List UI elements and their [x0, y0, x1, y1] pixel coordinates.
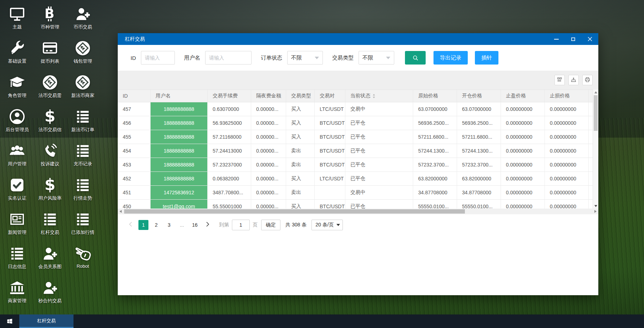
order-status-value: 不限	[291, 55, 302, 61]
table-cell: 457	[118, 102, 151, 116]
table-body: 457188888888880.630700000.00000...买入LTC/…	[118, 102, 593, 209]
leverage-trading-window: 杠杆交易 ID 用户名 订单状态 不限 交易类型	[118, 33, 598, 295]
taskbar-task-leverage-trading[interactable]: 杠杆交易	[19, 314, 73, 328]
chevron-right-icon	[206, 222, 209, 227]
confirm-page-button[interactable]: 确定	[261, 220, 280, 230]
username-cell[interactable]: test1@qq.com	[151, 200, 208, 209]
table-cell: 56.93625000	[208, 116, 251, 130]
columns-button[interactable]	[554, 75, 565, 85]
search-button[interactable]	[405, 51, 426, 65]
desktop-shortcut[interactable]: 日志信息	[1, 242, 34, 277]
page-button[interactable]: 3	[164, 220, 174, 230]
desktop-shortcut-label: 币种管理	[41, 24, 59, 30]
desktop-shortcut[interactable]: 会员关系图	[34, 242, 66, 277]
username-cell[interactable]: 18888888888	[151, 102, 208, 116]
desktop-shortcut[interactable]: 实名认证	[1, 174, 34, 208]
horizontal-scrollbar[interactable]	[118, 209, 598, 214]
id-filter-label: ID	[131, 55, 136, 61]
window-titlebar[interactable]: 杠杆交易	[118, 33, 598, 45]
print-button[interactable]	[582, 75, 593, 85]
pin-button[interactable]: 插针	[475, 51, 498, 65]
trade-type-select[interactable]: 不限	[359, 51, 394, 65]
table-cell: 已平仓	[345, 116, 413, 130]
desktop-shortcut[interactable]: 主题	[1, 3, 34, 37]
page-size-select[interactable]: 20 条/页	[311, 220, 343, 230]
vertical-scroll-thumb[interactable]	[594, 95, 598, 131]
hand-scissors-icon	[74, 245, 92, 262]
desktop-shortcut[interactable]: $法币交易信	[34, 106, 66, 140]
table-cell: 0.00000000	[545, 186, 589, 199]
column-header-label: 用户名	[156, 93, 171, 99]
vertical-scrollbar[interactable]	[593, 89, 598, 209]
scroll-left-arrow[interactable]	[118, 209, 123, 214]
table-cell: 买入	[286, 172, 315, 185]
desktop-shortcut[interactable]: 新闻管理	[1, 208, 34, 242]
minimize-button[interactable]	[548, 33, 565, 45]
user-plus-icon	[74, 5, 92, 23]
table-cell: 455	[118, 130, 151, 144]
order-status-select[interactable]: 不限	[287, 51, 323, 65]
table-cell: 57211.6800...	[413, 130, 457, 144]
desktop-shortcut[interactable]: 行情走势	[66, 174, 99, 208]
page-button[interactable]: 2	[151, 220, 161, 230]
goto-page-input[interactable]	[232, 220, 250, 230]
desktop-shortcut[interactable]: 法币交易需	[34, 71, 66, 106]
export-button[interactable]	[568, 75, 579, 85]
desktop-shortcut[interactable]: 后台管理员	[1, 106, 34, 140]
export-records-button[interactable]: 导出记录	[433, 51, 468, 65]
maximize-button[interactable]	[565, 33, 582, 45]
horizontal-scroll-thumb[interactable]	[124, 209, 465, 214]
username-cell[interactable]: 18888888888	[151, 158, 208, 171]
column-header: 交易对	[315, 90, 345, 102]
desktop-shortcut[interactable]: 钱包管理	[66, 37, 99, 71]
desktop-shortcut[interactable]: 提币列表	[34, 37, 66, 71]
desktop-shortcut[interactable]: 用户管理	[1, 140, 34, 174]
check-square-icon	[8, 176, 26, 194]
desktop-shortcut[interactable]: 秒合约交易	[34, 277, 66, 311]
table-cell: 0.00000000	[501, 200, 545, 209]
print-icon	[584, 77, 590, 84]
username-filter-input[interactable]	[205, 51, 252, 65]
page-button[interactable]: 16	[190, 220, 200, 230]
desktop-shortcut[interactable]: 新法币订单	[66, 106, 99, 140]
column-header-label: 原始价格	[418, 93, 438, 99]
bitcoin-icon: B	[41, 5, 59, 23]
column-header-sortable[interactable]: 当前状态	[345, 90, 413, 102]
desktop-shortcut[interactable]: 充币记录	[66, 140, 99, 174]
desktop-shortcut[interactable]: $用户风险率	[34, 174, 66, 208]
desktop-shortcut[interactable]: 商家管理	[1, 277, 34, 311]
taskbar: 杠杆交易	[0, 314, 644, 328]
id-filter-input[interactable]	[141, 51, 175, 65]
column-header-label: 开仓价格	[462, 93, 482, 99]
page-button[interactable]: 1	[138, 220, 148, 230]
username-cell[interactable]: 18888888888	[151, 130, 208, 144]
column-header-label: 当前状态	[350, 93, 370, 99]
start-button[interactable]	[0, 314, 19, 328]
username-cell[interactable]: 14725836912	[151, 186, 208, 199]
previous-page-button[interactable]	[126, 220, 136, 230]
desktop-shortcut[interactable]: 已添加行情	[66, 208, 99, 242]
desktop-shortcut[interactable]: 基础设置	[1, 37, 34, 71]
desktop-shortcut[interactable]: 币币交易	[66, 3, 99, 37]
desktop-shortcut[interactable]: Robot	[66, 242, 99, 277]
username-cell[interactable]: 18888888888	[151, 116, 208, 130]
list-icon	[8, 245, 26, 262]
desktop-shortcut[interactable]: 杠杆交易	[34, 208, 66, 242]
table-cell: BTC/USDT	[315, 144, 345, 158]
wrench-icon	[8, 39, 26, 57]
close-button[interactable]	[582, 33, 598, 45]
table-cell: 0.00000000	[545, 130, 589, 144]
table-cell: 买入	[286, 200, 315, 209]
desktop-shortcut[interactable]: B币种管理	[34, 3, 66, 37]
desktop-shortcut[interactable]: 角色管理	[1, 71, 34, 106]
table-cell: 453	[118, 158, 151, 171]
username-cell[interactable]: 18888888888	[151, 144, 208, 158]
scroll-up-arrow[interactable]	[593, 89, 599, 95]
desktop-shortcut[interactable]: 投诉建议	[34, 140, 66, 174]
desktop-shortcut[interactable]: 新法币商家	[66, 71, 99, 106]
username-cell[interactable]: 18888888888	[151, 172, 208, 185]
column-header-label: 交易手续费	[213, 93, 238, 99]
next-page-button[interactable]	[203, 220, 213, 230]
scroll-right-arrow[interactable]	[593, 209, 598, 214]
scroll-down-arrow[interactable]	[593, 203, 599, 209]
